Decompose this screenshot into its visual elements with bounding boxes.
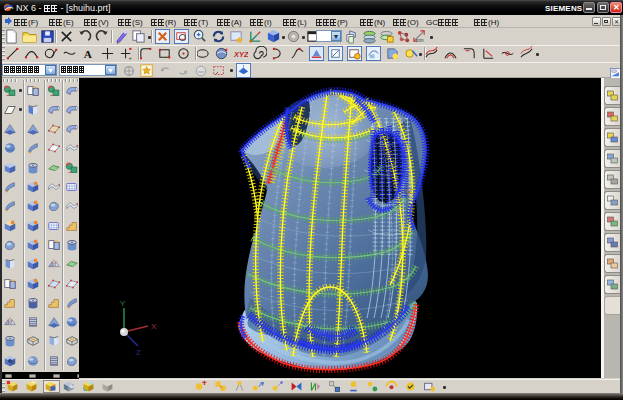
svg-text:Y: Y (120, 299, 126, 308)
svg-text:Z: Z (136, 348, 141, 357)
svg-text:p9: p9 (330, 337, 336, 343)
svg-text:mm: mm (416, 38, 424, 43)
svg-text:+: + (128, 55, 131, 61)
svg-text:XC: XC (404, 188, 414, 195)
svg-text:X: X (151, 322, 157, 331)
svg-text:XYZ: XYZ (233, 50, 248, 59)
svg-text:p8=8.0: p8=8.0 (318, 329, 335, 335)
svg-text:A: A (84, 48, 93, 60)
